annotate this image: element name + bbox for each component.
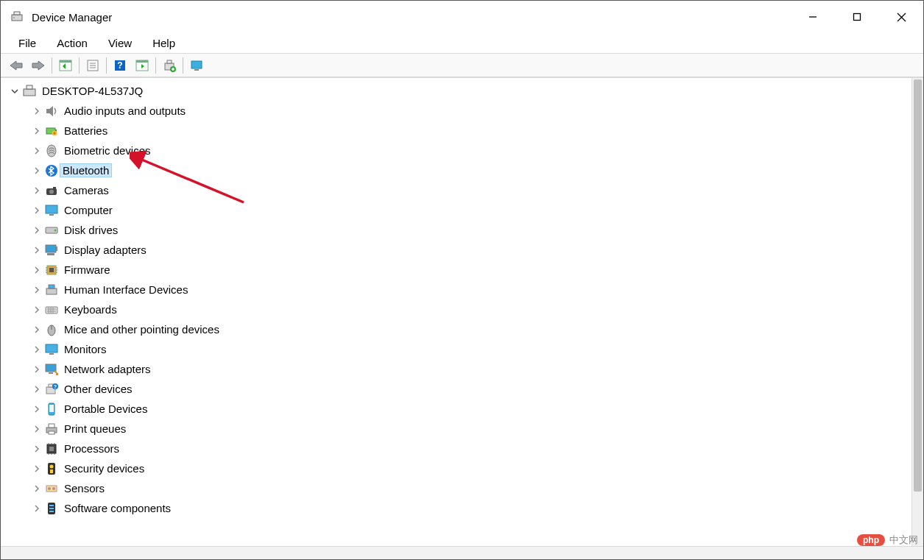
chevron-right-icon[interactable]: [30, 226, 43, 235]
chevron-right-icon[interactable]: [30, 166, 43, 175]
tree-item-keyboards[interactable]: Keyboards: [2, 300, 910, 319]
tree-item-processors[interactable]: Processors: [2, 439, 910, 458]
tree-item-security-devices[interactable]: Security devices: [2, 458, 910, 478]
chevron-right-icon[interactable]: [30, 345, 43, 354]
tree-item-mice-and-other-pointing-devices[interactable]: Mice and other pointing devices: [2, 319, 910, 339]
tree-item-disk-drives[interactable]: Disk drives: [2, 220, 910, 240]
svg-rect-81: [49, 447, 54, 451]
chevron-right-icon[interactable]: [30, 464, 43, 473]
toolbar-show-pane-button[interactable]: [54, 56, 77, 75]
svg-rect-95: [49, 505, 54, 506]
maximize-button[interactable]: [835, 1, 879, 33]
tree-item-software-components[interactable]: Software components: [2, 498, 910, 518]
tree-root[interactable]: DESKTOP-4L537JQ: [2, 81, 910, 101]
chevron-right-icon[interactable]: [30, 305, 43, 314]
toolbar-separator: [52, 57, 52, 74]
tree-item-label: Cameras: [63, 183, 110, 197]
toolbar-help-button[interactable]: ?: [109, 56, 131, 75]
chevron-right-icon[interactable]: [30, 146, 43, 155]
toolbar-add-hardware-button[interactable]: [158, 56, 180, 75]
tree-item-label: Mice and other pointing devices: [63, 322, 221, 336]
tree-item-cameras[interactable]: Cameras: [2, 180, 910, 200]
chevron-right-icon[interactable]: [30, 246, 43, 255]
tree-item-label: Audio inputs and outputs: [63, 104, 187, 118]
chip-icon: [43, 262, 60, 278]
chevron-right-icon[interactable]: [30, 484, 43, 493]
chevron-right-icon[interactable]: [30, 286, 43, 294]
svg-rect-97: [49, 511, 54, 512]
printer-icon: [43, 421, 60, 437]
chevron-right-icon[interactable]: [30, 425, 43, 433]
toolbar-back-button[interactable]: [5, 56, 27, 75]
tree-item-label: Keyboards: [63, 302, 119, 316]
minimize-button[interactable]: [791, 1, 835, 33]
svg-rect-1: [14, 12, 20, 15]
chevron-right-icon[interactable]: [30, 365, 43, 374]
tree-item-label: Batteries: [63, 124, 109, 138]
chevron-right-icon[interactable]: [30, 186, 43, 195]
svg-rect-10: [60, 60, 71, 63]
tree-item-human-interface-devices[interactable]: Human Interface Devices: [2, 280, 910, 300]
menu-view[interactable]: View: [99, 35, 141, 51]
tree-item-print-queues[interactable]: Print queues: [2, 419, 910, 439]
chevron-right-icon[interactable]: [30, 107, 43, 116]
content-area: DESKTOP-4L537JQ Audio inputs and outputs…: [1, 77, 923, 546]
tree-item-other-devices[interactable]: ? Other devices: [2, 379, 910, 399]
tree-item-label: Sensors: [63, 481, 106, 495]
tree-item-computer[interactable]: Computer: [2, 200, 910, 220]
battery-icon: [43, 123, 60, 139]
chevron-right-icon[interactable]: [30, 127, 43, 135]
chevron-right-icon[interactable]: [30, 504, 43, 513]
chevron-right-icon[interactable]: [30, 206, 43, 215]
tree-item-bluetooth[interactable]: Bluetooth: [2, 160, 910, 180]
toolbar-properties-button[interactable]: [82, 56, 104, 75]
svg-rect-90: [50, 469, 53, 473]
chevron-right-icon[interactable]: [30, 266, 43, 274]
tree-item-display-adapters[interactable]: Display adapters: [2, 240, 910, 260]
window-title: Device Manager: [32, 11, 791, 24]
chevron-right-icon[interactable]: [30, 405, 43, 414]
tree-item-monitors[interactable]: Monitors: [2, 339, 910, 359]
chevron-down-icon[interactable]: [8, 87, 21, 96]
toolbar-scan-button[interactable]: [131, 56, 153, 75]
tree-item-audio-inputs-and-outputs[interactable]: Audio inputs and outputs: [2, 101, 910, 121]
chevron-right-icon[interactable]: [30, 385, 43, 394]
tree-item-network-adapters[interactable]: Network adapters: [2, 359, 910, 379]
close-button[interactable]: [879, 1, 923, 33]
tree-item-label: Display adapters: [63, 243, 148, 257]
toolbar-remote-button[interactable]: [186, 56, 208, 75]
app-icon: [10, 10, 24, 24]
toolbar-forward-button[interactable]: [27, 56, 49, 75]
svg-rect-67: [49, 353, 54, 355]
svg-rect-26: [191, 61, 202, 68]
chevron-right-icon[interactable]: [30, 444, 43, 453]
window-controls: [791, 1, 923, 33]
tree-item-firmware[interactable]: Firmware: [2, 260, 910, 280]
vertical-scrollbar[interactable]: [911, 78, 923, 546]
tree-item-batteries[interactable]: Batteries: [2, 121, 910, 141]
tree-item-label: Print queues: [63, 422, 127, 436]
security-icon: [43, 461, 60, 477]
menu-help[interactable]: Help: [144, 35, 184, 51]
menu-file[interactable]: File: [10, 35, 45, 51]
mouse-icon: [43, 322, 60, 338]
tree-item-biometric-devices[interactable]: Biometric devices: [2, 141, 910, 160]
network-icon: [43, 361, 60, 378]
svg-rect-27: [194, 69, 199, 71]
scrollbar-thumb[interactable]: [914, 79, 922, 492]
tree-item-portable-devices[interactable]: Portable Devices: [2, 399, 910, 419]
toolbar-separator: [183, 57, 183, 74]
bluetooth-icon: [43, 163, 60, 179]
device-tree[interactable]: DESKTOP-4L537JQ Audio inputs and outputs…: [1, 78, 911, 546]
menu-action[interactable]: Action: [48, 35, 96, 51]
svg-rect-4: [854, 14, 861, 21]
svg-rect-45: [46, 245, 56, 252]
toolbar: ?: [1, 54, 923, 77]
chevron-right-icon[interactable]: [30, 325, 43, 334]
monitor-icon: [43, 202, 60, 219]
svg-point-2: [13, 17, 15, 18]
svg-point-93: [52, 487, 55, 490]
tree-item-label: Bluetooth: [60, 163, 112, 177]
computer-icon: [21, 83, 38, 99]
tree-item-sensors[interactable]: Sensors: [2, 478, 910, 498]
